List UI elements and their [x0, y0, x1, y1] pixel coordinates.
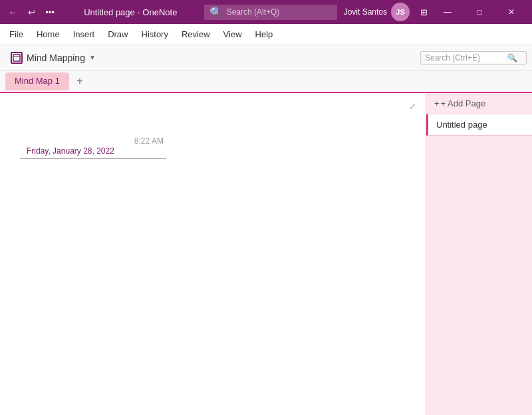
notebook-name-button[interactable]: Mind Mapping ▼	[5, 49, 101, 67]
menu-file[interactable]: File	[3, 27, 30, 42]
notebook-bar-toggle[interactable]: ⊞	[416, 5, 431, 19]
main-layout: ⤢ Friday, January 28, 2022 8:22 AM + + A…	[0, 93, 532, 415]
page-date: Friday, January 28, 2022	[27, 146, 114, 156]
title-bar-left-controls: ← ↩ •••	[5, 5, 57, 19]
user-info: Jovit Santos JS	[344, 3, 410, 21]
tabs-bar: Mind Map 1 +	[0, 70, 532, 93]
menu-insert[interactable]: Insert	[66, 27, 102, 42]
notebook-search-icon: 🔍	[507, 53, 517, 63]
user-name: Jovit Santos	[344, 7, 387, 17]
avatar: JS	[391, 3, 410, 21]
app-title: Untitled page - OneNote	[57, 7, 204, 17]
back-button[interactable]: ←	[5, 5, 20, 19]
right-sidebar: + + Add Page Untitled page	[426, 93, 532, 415]
title-search-box[interactable]: 🔍	[204, 5, 337, 20]
notebook-dropdown-icon: ▼	[89, 54, 96, 61]
svg-rect-0	[13, 55, 20, 61]
search-icon: 🔍	[209, 6, 223, 19]
add-page-icon: +	[434, 98, 440, 108]
menu-home[interactable]: Home	[30, 27, 66, 42]
menu-history[interactable]: History	[135, 27, 175, 42]
expand-button[interactable]: ⤢	[404, 98, 420, 114]
page-date-row: Friday, January 28, 2022 8:22 AM	[20, 126, 412, 156]
undo-button[interactable]: ↩	[24, 5, 39, 19]
add-tab-button[interactable]: +	[70, 72, 89, 90]
title-search-input[interactable]	[227, 7, 320, 17]
menu-help[interactable]: Help	[249, 27, 280, 42]
notebook-icon	[11, 52, 23, 64]
page-time: 8:22 AM	[134, 136, 164, 146]
minimize-button[interactable]: —	[432, 0, 463, 24]
menu-review[interactable]: Review	[175, 27, 217, 42]
maximize-button[interactable]: □	[464, 0, 495, 24]
more-button[interactable]: •••	[43, 5, 57, 19]
page-list-item[interactable]: Untitled page	[426, 114, 532, 136]
close-button[interactable]: ✕	[496, 0, 527, 24]
notebook-search-box[interactable]: 🔍	[420, 51, 527, 65]
window-controls: ⊞ — □ ✕	[416, 0, 527, 24]
add-page-button[interactable]: + + Add Page	[426, 93, 532, 114]
notebook-search-input[interactable]	[425, 53, 505, 63]
menu-view[interactable]: View	[217, 27, 249, 42]
menu-bar: File Home Insert Draw History Review Vie…	[0, 24, 532, 45]
notebook-bar: Mind Mapping ▼ 🔍	[0, 45, 532, 70]
menu-draw[interactable]: Draw	[101, 27, 134, 42]
title-bar: ← ↩ ••• Untitled page - OneNote 🔍 Jovit …	[0, 0, 532, 24]
add-page-label: + Add Page	[441, 98, 486, 108]
page-content: ⤢ Friday, January 28, 2022 8:22 AM	[0, 93, 426, 415]
page-title-underline	[20, 158, 166, 159]
notebook-name-label: Mind Mapping	[27, 53, 85, 63]
tab-mind-map-1[interactable]: Mind Map 1	[5, 72, 69, 90]
